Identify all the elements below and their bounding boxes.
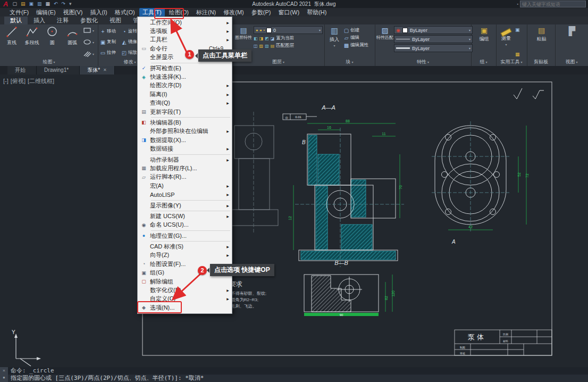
- base-view-icon[interactable]: ▛: [569, 26, 575, 36]
- menubar-item[interactable]: 修改(M): [220, 8, 247, 17]
- menu-item[interactable]: ◉ 命名 UCS(U)...: [138, 221, 232, 229]
- menu-item[interactable]: ◈ 快速选择(K)...: [138, 72, 232, 81]
- menu-item[interactable]: 向导(Z) ▶: [138, 251, 232, 260]
- match-properties-button[interactable]: ▨ 特性匹配: [377, 26, 393, 58]
- modify-tool-button[interactable]: ▣ 复制: [100, 39, 121, 45]
- qat-icon[interactable]: ▢: [12, 0, 17, 8]
- color-select[interactable]: ◉ ByLayer▾: [394, 26, 473, 34]
- menu-item[interactable]: 绘图次序(D) ▶: [138, 81, 232, 90]
- qat-icon[interactable]: ▣: [29, 0, 33, 8]
- qat-icon[interactable]: ▤: [21, 0, 26, 8]
- search-input[interactable]: [520, 1, 586, 7]
- menu-item[interactable]: 数字化仪(B) ▶: [138, 286, 232, 294]
- command-input[interactable]: 指定圆的圆心或 [三点(3P)/两点(2P)/切点、切点、半径(T)]: *取消…: [8, 375, 588, 382]
- menubar-item[interactable]: 视图(V): [60, 8, 86, 17]
- menu-item[interactable]: ✓ 拼写检查(E): [138, 64, 232, 72]
- id-point-icon[interactable]: ▣: [515, 27, 520, 32]
- menubar-item[interactable]: 窗口(W): [275, 8, 303, 17]
- menu-item[interactable]: 自定义(C) ▶: [138, 295, 232, 303]
- menubar-item[interactable]: 编辑(E): [33, 8, 59, 17]
- ribbon-tab[interactable]: 视图: [104, 16, 127, 24]
- paste-icon[interactable]: ▤: [538, 26, 545, 35]
- menu-item[interactable]: 工具栏 ▶: [138, 36, 232, 44]
- polyline-button[interactable]: 多段线: [22, 26, 41, 58]
- qat-icon[interactable]: ↶: [54, 0, 58, 8]
- modify-tool-button[interactable]: ▭ 拉伸: [100, 49, 121, 56]
- menu-item[interactable]: ▦ 加载应用程序(L)...: [138, 164, 232, 172]
- ribbon-tab[interactable]: 默认: [4, 16, 28, 24]
- command-line-controls[interactable]: ✕▪: [0, 367, 8, 382]
- measure-button[interactable]: 测量 ▾: [498, 26, 514, 58]
- menubar-item[interactable]: 格式(O): [112, 8, 138, 17]
- menu-item[interactable]: 外部参照和块在位编辑 ▶: [138, 127, 232, 136]
- panel-label[interactable]: 特性▾: [375, 59, 471, 65]
- file-tab[interactable]: Drawing1*: [37, 66, 80, 74]
- line-button[interactable]: 直线: [2, 26, 21, 58]
- view-control[interactable]: [俯视]: [11, 78, 26, 84]
- file-tab[interactable]: 开始: [7, 66, 37, 74]
- chevron-down-icon[interactable]: ▾: [93, 29, 94, 32]
- ribbon-tab[interactable]: 参数化: [74, 16, 104, 24]
- menu-item[interactable]: 查询(Q) ▶: [138, 99, 232, 107]
- block-tool-button[interactable]: ▢ 创建: [343, 27, 368, 34]
- menu-item[interactable]: ▱ 运行脚本(R)...: [138, 173, 232, 181]
- circle-button[interactable]: 圆: [43, 26, 62, 58]
- menu-item[interactable]: 隔离(I) ▶: [138, 90, 232, 98]
- chevron-down-icon[interactable]: ▾: [93, 40, 94, 44]
- menubar-item[interactable]: 文件(F): [6, 8, 32, 17]
- menu-item[interactable]: 数据链接 ▶: [138, 144, 232, 153]
- arc-button[interactable]: 圆弧: [63, 26, 82, 58]
- menu-item[interactable]: 工作空间(O) ▶: [138, 18, 232, 27]
- ribbon-panel-view: ▛ 视图▾: [555, 24, 588, 66]
- file-tab[interactable]: 泵体* ✕: [80, 66, 115, 74]
- group-icon[interactable]: ▣: [481, 26, 488, 35]
- quick-calc-icon[interactable]: ▦: [515, 52, 520, 57]
- menu-item[interactable]: CAD 标准(S) ▶: [138, 242, 232, 251]
- drawing-canvas[interactable]: [-] [俯视] [二维线框]: [0, 74, 588, 367]
- menubar-item[interactable]: 帮助(H): [304, 8, 330, 17]
- menubar-item[interactable]: 插入(I): [87, 8, 110, 17]
- menu-item[interactable]: ◧ 块编辑器(B): [138, 118, 232, 127]
- block-tool-button[interactable]: ▱ 编辑: [343, 35, 368, 41]
- menu-item[interactable]: 选项板 ▶: [138, 27, 232, 35]
- menu-item[interactable]: ▢ 解除编组: [138, 277, 232, 286]
- menubar-item[interactable]: 工具(T): [139, 8, 165, 17]
- modify-tool-button[interactable]: + 移动: [100, 28, 121, 35]
- layer-tool-row[interactable]: ◧◨◩◪ 置为当前: [254, 35, 323, 41]
- menu-item[interactable]: ▤ 更新字段(T): [138, 107, 232, 116]
- menu-item[interactable]: 新建 UCS(W) ▶: [138, 212, 232, 220]
- lineweight-select[interactable]: ByLayer▾: [394, 44, 473, 52]
- menu-item[interactable]: ◆ 选项(N)...: [138, 303, 232, 312]
- chevron-down-icon[interactable]: ▾: [93, 52, 94, 56]
- insert-block-button[interactable]: ▥ 插入 ▾: [326, 26, 342, 58]
- panel-label[interactable]: 视图▾: [555, 59, 588, 65]
- linetype-select[interactable]: ByLayer▾: [394, 35, 473, 43]
- viewport-menu[interactable]: [-]: [3, 78, 9, 84]
- layer-select[interactable]: ●●▪0▾: [254, 26, 323, 34]
- panel-label[interactable]: 组▾: [471, 59, 496, 65]
- panel-label[interactable]: 实用工具▾: [496, 59, 527, 65]
- qat-icon[interactable]: ▦: [45, 0, 50, 8]
- ribbon-tab[interactable]: 注释: [51, 16, 74, 24]
- panel-label[interactable]: 块▾: [324, 59, 375, 65]
- menu-item[interactable]: ◨ 数据提取(X)...: [138, 136, 232, 144]
- close-icon[interactable]: ✕: [103, 66, 107, 74]
- qat-icon[interactable]: ↷: [62, 0, 66, 8]
- menu-item[interactable]: AutoLISP ▶: [138, 190, 232, 198]
- qat-icon[interactable]: ▥: [37, 0, 42, 8]
- autocad-logo-icon[interactable]: A: [3, 0, 8, 8]
- layer-tool-row[interactable]: ◫▨▧▤ 匹配图层: [254, 43, 323, 49]
- menu-item[interactable]: 显示图像(Y) ▶: [138, 201, 232, 210]
- ribbon-tab[interactable]: 插入: [28, 16, 51, 24]
- menu-item[interactable]: 动作录制器 ▶: [138, 155, 232, 164]
- menu-item[interactable]: 宏(A) ▶: [138, 181, 232, 190]
- panel-label[interactable]: 剪贴板: [527, 59, 555, 65]
- menubar-item[interactable]: 参数(P): [248, 8, 274, 17]
- block-tool-button[interactable]: ▩ 编辑属性: [343, 42, 368, 48]
- panel-label[interactable]: 绘图▾: [0, 59, 98, 65]
- menubar-item[interactable]: 标注(N): [193, 8, 219, 17]
- menubar-item[interactable]: 绘图(D): [166, 8, 192, 17]
- qat-icon[interactable]: ▾: [69, 0, 72, 8]
- menu-item[interactable]: ● 地理位置(G)...: [138, 231, 232, 240]
- visual-style-control[interactable]: [二维线框]: [28, 78, 54, 84]
